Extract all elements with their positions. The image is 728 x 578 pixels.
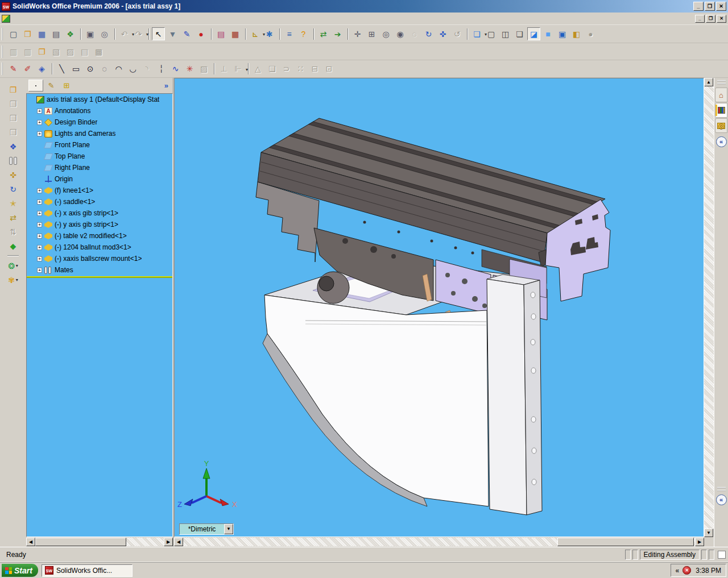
toolbar-grip[interactable] xyxy=(2,63,5,75)
featuremanager-tab[interactable] xyxy=(28,80,43,92)
expand-toggle[interactable]: + xyxy=(37,131,42,136)
mirror-entities-button[interactable]: △ xyxy=(251,63,264,76)
standard-views-button[interactable]: ❏▾ xyxy=(470,27,483,40)
rotate-scene-button[interactable]: ↺ xyxy=(450,27,464,40)
solidcam-open-button[interactable]: ❐ xyxy=(35,45,48,58)
menu-file[interactable] xyxy=(14,18,23,20)
menu-tools[interactable] xyxy=(50,18,59,20)
shadows-in-shaded-mode-button[interactable]: ▣ xyxy=(556,27,569,40)
minimize-button[interactable]: _ xyxy=(693,2,704,11)
select-button[interactable]: ↖ xyxy=(152,27,165,40)
menu-view[interactable] xyxy=(32,18,41,20)
help-button[interactable]: ? xyxy=(297,27,310,40)
solidcam-new-turning-button[interactable]: ▥ xyxy=(21,45,34,58)
toolbar-grip[interactable] xyxy=(2,45,5,58)
expand-toggle[interactable]: + xyxy=(37,211,42,216)
undo-button[interactable]: ↶▾ xyxy=(118,27,131,40)
security-shield-icon[interactable]: ✕ xyxy=(682,566,691,575)
line-button[interactable]: ╲ xyxy=(55,63,68,76)
texture-button[interactable]: ▦ xyxy=(229,27,242,40)
offset-entities-button[interactable]: ⊃ xyxy=(280,63,293,76)
convert-entities-button[interactable]: ❏ xyxy=(266,63,279,76)
tree-item-top-plane[interactable]: Top Plane xyxy=(27,151,172,162)
tree-item-design-binder[interactable]: + Design Binder xyxy=(27,117,172,128)
menu-solidcam[interactable] xyxy=(59,18,68,20)
start-button[interactable]: Start xyxy=(2,564,38,577)
tree-item-lights-cameras[interactable]: + Lights and Cameras xyxy=(27,128,172,139)
title-bar[interactable]: SW SolidWorks Office Premium 2006 - [axi… xyxy=(0,0,728,13)
rectangle-button[interactable]: ▭ xyxy=(69,63,82,76)
insert-component-button[interactable]: ❐ xyxy=(7,83,20,96)
sketch-color-button[interactable]: ✎ xyxy=(180,27,193,40)
zoom-previous-button[interactable]: ◌ xyxy=(408,27,421,40)
modify-sketch-button[interactable]: ⊡ xyxy=(322,63,336,76)
scroll-right-icon[interactable]: ▶ xyxy=(695,538,704,546)
expand-toggle[interactable]: + xyxy=(37,245,42,250)
make-assembly-button[interactable]: ❖ xyxy=(64,27,77,40)
hidden-lines-visible-button[interactable]: ◫ xyxy=(499,27,512,40)
solidcam-new-milling-button[interactable]: ▥ xyxy=(7,45,20,58)
quick-tips-box[interactable] xyxy=(718,551,726,559)
scroll-right-icon[interactable]: ▶ xyxy=(164,538,173,546)
make-drawing-button[interactable]: ▤ xyxy=(49,27,63,40)
expand-toggle[interactable]: + xyxy=(37,256,42,261)
tree-item-saddle[interactable]: + (-) saddle<1> xyxy=(27,196,172,207)
design-library-tab[interactable] xyxy=(715,103,727,118)
trim-entities-button[interactable]: ⊟ xyxy=(308,63,321,76)
dropdown-arrow[interactable]: ▾ xyxy=(146,32,148,37)
display-relations-button[interactable]: ⊩▾ xyxy=(231,63,245,76)
tree-item-xaxis-ballscrew-mount[interactable]: + (-) xaxis ballscrew mount<1> xyxy=(27,253,172,264)
tree-item-origin[interactable]: Origin xyxy=(27,173,172,185)
3d-sketch-button[interactable]: ✐ xyxy=(21,63,34,76)
scroll-track[interactable] xyxy=(126,538,164,546)
zoom-to-fit-button[interactable]: ✛ xyxy=(351,27,364,40)
print-button[interactable]: ▣ xyxy=(84,27,97,40)
graphics-area[interactable]: Y X Z *Dimetric ▼ xyxy=(174,78,704,537)
dynamic-mirror-button[interactable]: ▨ xyxy=(197,63,210,76)
scroll-left-icon[interactable]: ◀ xyxy=(26,538,35,546)
tray-expand-chevron[interactable]: « xyxy=(676,567,680,575)
dropdown-arrow[interactable]: ▾ xyxy=(16,277,18,282)
cad-model[interactable]: Y X Z xyxy=(175,78,704,537)
section-view-button[interactable]: ◧ xyxy=(570,27,583,40)
spline-button[interactable]: ∿ xyxy=(169,63,182,76)
options-button[interactable]: ≡ xyxy=(283,27,296,40)
realview-graphics-button[interactable]: ● xyxy=(584,27,597,40)
measure-button[interactable]: ⊾▾ xyxy=(249,27,262,40)
scroll-thumb[interactable] xyxy=(35,538,126,546)
menu-insert[interactable] xyxy=(41,18,50,20)
mdi-minimize-button[interactable]: _ xyxy=(695,15,705,23)
tree-horizontal-scrollbar[interactable]: ◀ ▶ xyxy=(26,537,173,547)
zoom-to-area-button[interactable]: ⊞ xyxy=(365,27,378,40)
file-explorer-tab[interactable]: ◎ xyxy=(715,118,727,133)
appearance-button[interactable]: ▤ xyxy=(214,27,228,40)
document-properties-button[interactable]: ✱ xyxy=(263,27,276,40)
interference-detection-button[interactable]: ◆ xyxy=(7,239,20,252)
configurationmanager-tab[interactable]: ⊞ xyxy=(59,80,74,92)
panel-overflow-chevron[interactable]: » xyxy=(162,81,171,90)
viewport-horizontal-scrollbar[interactable]: ◀ ▶ xyxy=(174,537,714,547)
document-icon[interactable] xyxy=(2,15,10,23)
expand-toggle[interactable]: + xyxy=(37,109,42,114)
wireframe-button[interactable]: ▢ xyxy=(485,27,498,40)
edit-component-button[interactable]: ❖ xyxy=(7,140,20,153)
point-button[interactable]: ✳ xyxy=(183,63,196,76)
solidcam-gcode-button[interactable]: ▩ xyxy=(92,45,105,58)
expand-toggle[interactable]: + xyxy=(37,199,42,205)
open-button[interactable]: ❐ xyxy=(21,27,34,40)
expand-toggle[interactable]: + xyxy=(37,268,42,273)
solidcam-save-button[interactable]: ▧ xyxy=(49,45,63,58)
menu-window[interactable] xyxy=(68,18,77,20)
dropdown-arrow[interactable]: ▾ xyxy=(16,263,18,268)
dropdown-arrow[interactable]: ▾ xyxy=(246,67,248,72)
shaded-button[interactable]: ■ xyxy=(541,27,555,40)
print-preview-button[interactable]: ◎ xyxy=(98,27,111,40)
expand-toggle[interactable]: + xyxy=(37,222,42,227)
scroll-left-icon[interactable]: ◀ xyxy=(174,538,183,546)
tree-item-knee1[interactable]: + (f) knee1<1> xyxy=(27,185,172,196)
chevron-down-icon[interactable]: ▼ xyxy=(224,524,233,534)
selection-filter-button[interactable]: ▼ xyxy=(166,27,179,40)
sketch-button[interactable]: ✎ xyxy=(7,63,20,76)
save-button[interactable]: ▦ xyxy=(35,27,48,40)
component-preview-button[interactable]: ❒ xyxy=(7,126,20,139)
